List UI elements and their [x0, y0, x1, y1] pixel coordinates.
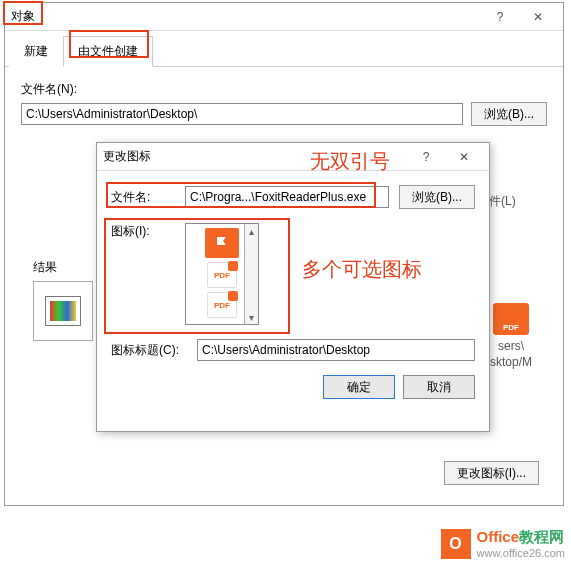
- filename-label: 文件名(N):: [21, 81, 547, 98]
- ci-caption-input[interactable]: [197, 339, 475, 361]
- object-title: 对象: [11, 8, 481, 25]
- ci-caption-label: 图标标题(C):: [111, 342, 187, 359]
- change-icon-button[interactable]: 更改图标(I)...: [444, 461, 539, 485]
- icon-list[interactable]: PDF PDF ▴ ▾: [185, 223, 259, 325]
- result-label: 结果: [33, 259, 57, 276]
- brand-2: 教程网: [519, 528, 564, 545]
- file-icon: [45, 296, 81, 326]
- close-button-2[interactable]: ✕: [445, 144, 483, 170]
- changeicon-titlebar: 更改图标 ? ✕: [97, 143, 489, 171]
- tab-from-file[interactable]: 由文件创建: [63, 36, 153, 67]
- result-preview: [33, 281, 93, 341]
- link-fragment: 件(L): [489, 193, 549, 218]
- close-button[interactable]: ✕: [519, 4, 557, 30]
- ok-button[interactable]: 确定: [323, 375, 395, 399]
- scroll-up-icon[interactable]: ▴: [245, 224, 258, 238]
- pdf-icon-1[interactable]: PDF: [207, 262, 237, 288]
- pdf-preview-fragment: sers\ sktop/M: [481, 303, 541, 370]
- changeicon-title: 更改图标: [103, 148, 407, 165]
- filename-input[interactable]: [21, 103, 463, 125]
- cancel-button[interactable]: 取消: [403, 375, 475, 399]
- pdf-path-frag2: sktop/M: [481, 355, 541, 371]
- pdf-icon-2[interactable]: PDF: [207, 292, 237, 318]
- help-button-2[interactable]: ?: [407, 144, 445, 170]
- link-to-file-label: 件(L): [489, 193, 549, 210]
- change-icon-dialog: 更改图标 ? ✕ 文件名: 浏览(B)... 图标(I): PDF PDF ▴ …: [96, 142, 490, 432]
- changeicon-body: 文件名: 浏览(B)... 图标(I): PDF PDF ▴ ▾ 图标标题(C)…: [97, 171, 489, 413]
- tab-new[interactable]: 新建: [9, 36, 63, 67]
- pdf-path-frag1: sers\: [481, 339, 541, 355]
- scroll-down-icon[interactable]: ▾: [245, 310, 258, 324]
- pdf-icon: [493, 303, 529, 335]
- ci-filename-input[interactable]: [185, 186, 389, 208]
- logo-icon: O: [441, 529, 471, 559]
- footer-logo: O Office教程网 www.office26.com: [441, 528, 565, 559]
- browse-button[interactable]: 浏览(B)...: [471, 102, 547, 126]
- ci-icon-label: 图标(I):: [111, 223, 175, 240]
- object-tabs: 新建 由文件创建: [5, 31, 563, 67]
- ci-filename-label: 文件名:: [111, 189, 175, 206]
- brand-1: Office: [477, 528, 520, 545]
- brand-url: www.office26.com: [477, 547, 565, 559]
- icon-scrollbar[interactable]: ▴ ▾: [244, 224, 258, 324]
- foxit-icon[interactable]: [205, 228, 239, 258]
- help-button[interactable]: ?: [481, 4, 519, 30]
- object-titlebar: 对象 ? ✕: [5, 3, 563, 31]
- ci-browse-button[interactable]: 浏览(B)...: [399, 185, 475, 209]
- object-body: 文件名(N): 浏览(B)...: [5, 67, 563, 150]
